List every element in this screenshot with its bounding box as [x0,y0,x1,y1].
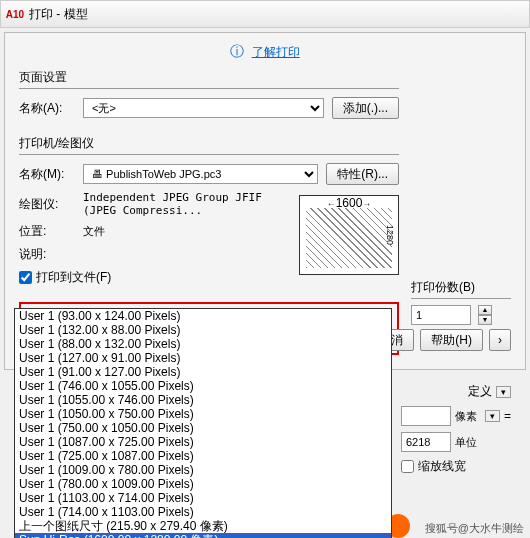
where-value: 文件 [83,224,105,239]
paper-size-option[interactable]: User 1 (746.00 x 1055.00 Pixels) [15,379,391,393]
chevron-down-icon[interactable]: ▾ [485,410,500,422]
desc-label: 说明: [19,246,75,263]
spinner-down-icon: ▼ [478,315,492,325]
scale-lineweight-label: 缩放线宽 [418,458,466,475]
equals-label: = [504,409,511,423]
page-setup-legend: 页面设置 [19,69,399,89]
paper-size-option[interactable]: User 1 (1103.00 x 714.00 Pixels) [15,491,391,505]
paper-size-option[interactable]: User 1 (1087.00 x 725.00 Pixels) [15,435,391,449]
paper-size-option[interactable]: User 1 (1009.00 x 780.00 Pixels) [15,463,391,477]
unit1-label: 像素 [455,409,481,424]
paper-size-option[interactable]: User 1 (750.00 x 1050.00 Pixels) [15,421,391,435]
page-setup-group: 页面设置 名称(A): <无> 添加(.)... [19,69,399,125]
where-label: 位置: [19,223,75,240]
spinner-up-icon: ▲ [478,305,492,315]
printer-legend: 打印机/绘图仪 [19,135,399,155]
copies-input[interactable] [411,305,471,325]
fit-label: 定义 [468,383,492,400]
properties-button[interactable]: 特性(R)... [326,163,399,185]
print-to-file-checkbox[interactable] [19,271,32,284]
chevron-down-icon[interactable]: ▾ [496,386,511,398]
add-button[interactable]: 添加(.)... [332,97,399,119]
paper-size-option[interactable]: User 1 (780.00 x 1009.00 Pixels) [15,477,391,491]
pagesetup-name-select[interactable]: <无> [83,98,324,118]
unit2-input[interactable] [401,432,451,452]
paper-size-option[interactable]: User 1 (88.00 x 132.00 Pixels) [15,337,391,351]
paper-size-option[interactable]: User 1 (127.00 x 91.00 Pixels) [15,351,391,365]
help-button[interactable]: 帮助(H) [420,329,483,351]
watermark-text: 搜狐号@大水牛测绘 [425,521,524,536]
paper-size-option[interactable]: 上一个图纸尺寸 (215.90 x 279.40 像素) [15,519,391,533]
pagesetup-name-label: 名称(A): [19,100,75,117]
print-to-file-label: 打印到文件(F) [36,269,111,286]
window-titlebar: A10 打印 - 模型 [0,0,530,28]
scale-lineweight-checkbox[interactable] [401,460,414,473]
paper-size-option[interactable]: User 1 (91.00 x 127.00 Pixels) [15,365,391,379]
copies-legend: 打印份数(B) [411,279,511,299]
paper-preview: ←1600→ 1280 [299,195,399,275]
paper-size-option[interactable]: Sun Hi-Res (1600.00 x 1280.00 像素) [15,533,391,538]
info-row: ⓘ 了解打印 [19,43,511,61]
plotter-label: 绘图仪: [19,196,75,213]
app-icon: A10 [7,6,23,22]
window-title: 打印 - 模型 [29,6,88,23]
chevron-right-icon: › [498,333,502,347]
paper-size-option[interactable]: User 1 (93.00 x 124.00 Pixels) [15,309,391,323]
info-icon: ⓘ [230,43,244,59]
plotter-value: Independent JPEG Group JFIF (JPEG Compre… [83,191,289,217]
paper-size-option[interactable]: User 1 (714.00 x 1103.00 Pixels) [15,505,391,519]
unit1-input[interactable] [401,406,451,426]
printer-name-label: 名称(M): [19,166,75,183]
paper-size-option[interactable]: User 1 (725.00 x 1087.00 Pixels) [15,449,391,463]
printer-group: 打印机/绘图仪 名称(M): 🖶 PublishToWeb JPG.pc3 特性… [19,135,399,292]
learn-print-link[interactable]: 了解打印 [252,45,300,59]
unit2-label: 单位 [455,435,481,450]
copies-spinner[interactable]: ▲▼ [478,305,492,325]
expand-button[interactable]: › [489,329,511,351]
paper-size-option[interactable]: User 1 (1050.00 x 750.00 Pixels) [15,407,391,421]
paper-size-option[interactable]: User 1 (1055.00 x 746.00 Pixels) [15,393,391,407]
paper-size-option[interactable]: User 1 (132.00 x 88.00 Pixels) [15,323,391,337]
printer-name-select[interactable]: 🖶 PublishToWeb JPG.pc3 [83,164,318,184]
paper-size-dropdown[interactable]: User 1 (93.00 x 124.00 Pixels)User 1 (13… [14,308,392,538]
